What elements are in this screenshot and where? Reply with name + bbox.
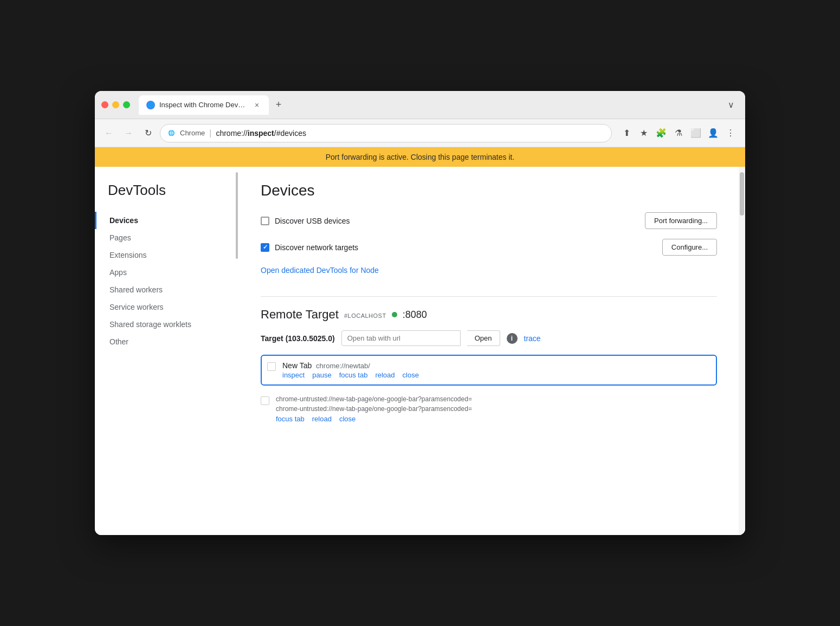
chrome-untrusted-favicon	[261, 396, 269, 405]
localhost-label: #LOCALHOST	[344, 312, 386, 319]
tab-favicon: 🌐	[146, 101, 155, 109]
reload-link-1[interactable]: reload	[375, 371, 395, 379]
close-link-2[interactable]: close	[339, 415, 356, 423]
new-tab-content: New Tab chrome://newtab/ inspect pause f…	[282, 361, 710, 379]
network-targets-checkbox[interactable]	[261, 243, 269, 252]
chrome-untrusted-url1: chrome-untrusted://new-tab-page/one-goog…	[276, 395, 717, 403]
port-forwarding-banner: Port forwarding is active. Closing this …	[95, 147, 745, 167]
new-tab-title: New Tab chrome://newtab/	[282, 361, 710, 370]
site-label: Chrome	[180, 129, 205, 137]
page-title: Devices	[261, 182, 717, 199]
devtools-node-link[interactable]: Open dedicated DevTools for Node	[261, 266, 379, 275]
close-window-button[interactable]	[101, 101, 108, 108]
address-url: chrome://inspect/#devices	[216, 129, 306, 138]
site-favicon: 🌐	[167, 129, 176, 138]
trace-link[interactable]: trace	[524, 334, 541, 343]
address-bar-input[interactable]: 🌐 Chrome | chrome://inspect/#devices	[160, 124, 612, 142]
port-label: :8080	[403, 309, 427, 321]
more-options-icon[interactable]: ⋮	[722, 125, 739, 141]
configure-button[interactable]: Configure...	[662, 239, 717, 256]
chrome-untrusted-url2: chrome-untrusted://new-tab-page/one-goog…	[276, 405, 717, 413]
info-icon[interactable]: i	[507, 333, 518, 344]
tab-title: Inspect with Chrome Develop...	[159, 101, 248, 109]
section-divider	[261, 296, 717, 297]
remote-target-title: Remote Target	[261, 308, 339, 322]
sidebar-item-shared-storage-worklets[interactable]: Shared storage worklets	[95, 316, 236, 333]
new-tab-favicon	[267, 362, 276, 371]
usb-devices-label: Discover USB devices	[261, 217, 634, 225]
usb-devices-checkbox[interactable]	[261, 217, 269, 225]
sidebar-item-pages[interactable]: Pages	[95, 229, 236, 246]
main-scrollbar-thumb[interactable]	[740, 172, 744, 216]
titlebar: 🌐 Inspect with Chrome Develop... × + ∨	[95, 91, 745, 119]
split-view-icon[interactable]: ⬜	[688, 125, 704, 141]
reload-link-2[interactable]: reload	[312, 415, 332, 423]
sidebar-title: DevTools	[95, 182, 236, 212]
focus-tab-link-1[interactable]: focus tab	[339, 371, 368, 379]
open-tab-url-input[interactable]	[341, 330, 461, 346]
focus-tab-link-2[interactable]: focus tab	[276, 415, 305, 423]
minimize-window-button[interactable]	[112, 101, 119, 108]
port-forwarding-button[interactable]: Port forwarding...	[645, 212, 717, 229]
sidebar: DevTools Devices Pages Extensions Apps S…	[95, 167, 236, 535]
target-row: Target (103.0.5025.0) Open i trace	[261, 330, 717, 346]
tab-expand-button[interactable]: ∨	[723, 97, 739, 112]
status-indicator	[392, 312, 397, 317]
main-content: DevTools Devices Pages Extensions Apps S…	[95, 167, 745, 535]
back-button[interactable]: ←	[101, 126, 117, 141]
usb-devices-row: Discover USB devices Port forwarding...	[261, 212, 717, 229]
new-tab-button[interactable]: +	[271, 97, 286, 113]
browser-window: 🌐 Inspect with Chrome Develop... × + ∨ ←…	[95, 91, 745, 535]
sidebar-item-apps[interactable]: Apps	[95, 264, 236, 281]
open-tab-button[interactable]: Open	[467, 330, 500, 346]
address-separator: |	[209, 128, 211, 138]
chrome-untrusted-actions: focus tab reload close	[276, 415, 717, 423]
close-link-1[interactable]: close	[403, 371, 419, 379]
target-name: Target (103.0.5025.0)	[261, 334, 335, 343]
traffic-lights	[101, 101, 130, 108]
inspect-link[interactable]: inspect	[282, 371, 305, 379]
forward-button[interactable]: →	[121, 126, 136, 141]
tab-bar: 🌐 Inspect with Chrome Develop... × + ∨	[139, 95, 739, 115]
extensions-icon[interactable]: 🧩	[653, 125, 669, 141]
sidebar-scrollbar[interactable]	[236, 172, 238, 259]
tab-close-button[interactable]: ×	[253, 101, 261, 109]
active-tab[interactable]: 🌐 Inspect with Chrome Develop... ×	[139, 95, 269, 115]
sidebar-item-shared-workers[interactable]: Shared workers	[95, 281, 236, 298]
network-targets-row: Discover network targets Configure...	[261, 239, 717, 256]
sidebar-item-devices[interactable]: Devices	[95, 212, 236, 229]
network-targets-label: Discover network targets	[261, 243, 651, 252]
sidebar-item-extensions[interactable]: Extensions	[95, 246, 236, 264]
account-icon[interactable]: 👤	[705, 125, 721, 141]
new-tab-entry: New Tab chrome://newtab/ inspect pause f…	[261, 355, 717, 386]
main-scrollbar-track[interactable]	[739, 167, 745, 535]
pause-link[interactable]: pause	[312, 371, 331, 379]
new-tab-url: chrome://newtab/	[316, 362, 370, 370]
bookmark-icon[interactable]: ★	[636, 125, 652, 141]
toolbar-icons: ⬆ ★ 🧩 ⚗ ⬜ 👤 ⋮	[618, 125, 739, 141]
share-icon[interactable]: ⬆	[618, 125, 635, 141]
sidebar-item-other[interactable]: Other	[95, 333, 236, 350]
flask-icon[interactable]: ⚗	[670, 125, 687, 141]
remote-target-header: Remote Target #LOCALHOST :8080	[261, 308, 717, 322]
refresh-button[interactable]: ↻	[140, 126, 156, 141]
new-tab-actions: inspect pause focus tab reload close	[282, 371, 710, 379]
chrome-untrusted-entry: chrome-untrusted://new-tab-page/one-goog…	[261, 390, 717, 428]
addressbar: ← → ↻ 🌐 Chrome | chrome://inspect/#devic…	[95, 119, 745, 147]
sidebar-item-service-workers[interactable]: Service workers	[95, 298, 236, 316]
maximize-window-button[interactable]	[123, 101, 130, 108]
chrome-untrusted-content: chrome-untrusted://new-tab-page/one-goog…	[276, 395, 717, 423]
main-panel: Devices Discover USB devices Port forwar…	[239, 167, 739, 535]
